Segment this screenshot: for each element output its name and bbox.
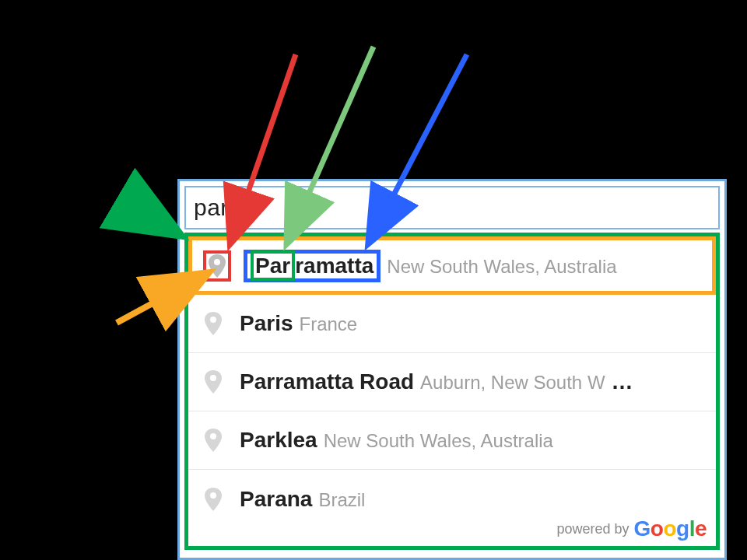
- prediction-main: Paris: [240, 311, 293, 336]
- arrow-green-dark: [124, 202, 177, 233]
- prediction-rest: ramatta Road: [275, 369, 414, 394]
- prediction-secondary: Brazil: [318, 489, 365, 511]
- prediction-item[interactable]: Parklea New South Wales, Australia: [188, 411, 716, 470]
- svg-point-3: [210, 433, 216, 439]
- autocomplete-panel: par Parramatta New South Wales, Australi…: [177, 179, 727, 560]
- text-caret: [230, 195, 231, 220]
- prediction-text: Parklea New South Wales, Australia: [240, 428, 553, 453]
- prediction-matched: Par: [240, 311, 275, 335]
- prediction-rest: ramatta: [295, 254, 374, 278]
- prediction-matched: Par: [240, 428, 275, 452]
- prediction-text: Paris France: [240, 311, 357, 336]
- prediction-item[interactable]: Parramatta New South Wales, Australia: [188, 236, 716, 295]
- prediction-main: Parklea: [240, 428, 317, 453]
- prediction-text: Parramatta New South Wales, Australia: [244, 250, 617, 282]
- predictions-container: Parramatta New South Wales, Australia Pa…: [184, 233, 720, 550]
- prediction-secondary: New South Wales, Australia: [324, 430, 553, 452]
- prediction-main: Parramatta Road: [240, 369, 414, 394]
- prediction-main: Parana: [240, 487, 312, 512]
- search-input-value: par: [194, 194, 229, 221]
- prediction-rest: klea: [275, 428, 317, 452]
- prediction-text: Parramatta Road Auburn, New South W …: [240, 369, 637, 394]
- prediction-secondary: France: [300, 313, 358, 335]
- google-logo: Google: [634, 516, 707, 541]
- prediction-main: Parramatta: [244, 250, 381, 282]
- attribution: powered by Google: [556, 516, 707, 541]
- prediction-matched: Par: [240, 487, 275, 511]
- pin-icon: [199, 484, 227, 515]
- svg-point-0: [214, 259, 220, 265]
- svg-point-2: [210, 375, 216, 381]
- pin-icon: [203, 250, 231, 282]
- ellipsis-icon: …: [612, 369, 637, 394]
- pin-icon: [199, 366, 227, 397]
- pin-icon: [199, 425, 227, 456]
- prediction-secondary: Auburn, New South W: [420, 372, 605, 394]
- attribution-label: powered by: [556, 521, 629, 537]
- prediction-matched: Par: [240, 369, 275, 394]
- prediction-rest: is: [275, 311, 293, 335]
- prediction-item[interactable]: Paris France: [188, 295, 716, 353]
- prediction-matched: Par: [255, 254, 290, 278]
- svg-point-4: [210, 492, 216, 499]
- svg-point-1: [210, 317, 216, 323]
- prediction-item[interactable]: Parramatta Road Auburn, New South W …: [188, 353, 716, 411]
- prediction-rest: ana: [275, 487, 312, 511]
- prediction-text: Parana Brazil: [240, 487, 365, 512]
- prediction-secondary: New South Wales, Australia: [387, 256, 616, 278]
- pin-icon: [199, 308, 227, 339]
- search-input[interactable]: par: [184, 186, 720, 229]
